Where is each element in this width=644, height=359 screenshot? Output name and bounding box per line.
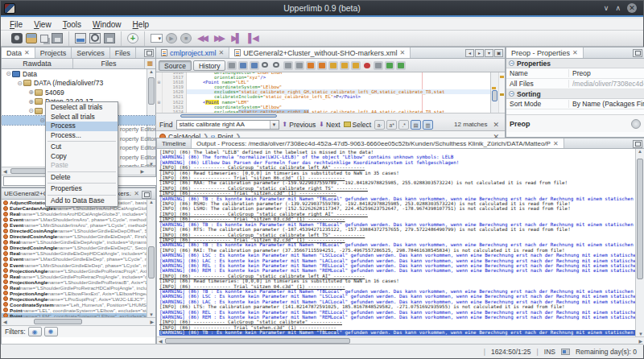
- find-selection-icon[interactable]: [272, 61, 282, 70]
- log-line[interactable]: [WARNING] (86) LSC : Es konnte kein Para…: [159, 294, 644, 299]
- section-collapse-icon[interactable]: −: [509, 60, 514, 66]
- previous-error-icon[interactable]: [385, 61, 394, 70]
- scroll-right-icon[interactable]: ▸: [475, 49, 484, 57]
- insert-mode[interactable]: INS: [544, 348, 555, 356]
- tab-close-icon[interactable]: ✕: [553, 140, 559, 147]
- navigator-item[interactable]: DirectedCosinAngle name="LShoulderGirdle…: [2, 228, 155, 233]
- navigator-item[interactable]: CoordinateSystem name="Left_Humerus", Po…: [2, 302, 155, 307]
- navigator-item[interactable]: ProjectionAngle name="LElbowFlexExt", Ax…: [2, 291, 155, 296]
- tab-services[interactable]: Services: [72, 47, 110, 58]
- find-select-button[interactable]: Select: [344, 121, 372, 129]
- filter-toggle-2-icon[interactable]: ✺: [44, 327, 58, 336]
- minimize-icon[interactable]: ∨: [604, 3, 609, 13]
- editor-tab-1[interactable]: cmlproject.xml✕: [156, 47, 229, 58]
- scrollbar-thumb[interactable]: [180, 114, 277, 118]
- context-menu-item-properties[interactable]: Properties: [46, 184, 118, 194]
- navigator-vertical-scrollbar[interactable]: ▲ ▼: [147, 200, 155, 317]
- save-button-icon[interactable]: [52, 33, 63, 43]
- open-button-icon[interactable]: [26, 33, 37, 43]
- property-value[interactable]: By Name (Packages First)▼: [569, 100, 644, 108]
- properties-minimize-icon[interactable]: [633, 49, 642, 57]
- data-panel-minimize-icon[interactable]: [144, 49, 154, 57]
- log-line[interactable]: [WARNING] (86) LSC : Es konnte kein Para…: [159, 253, 644, 258]
- close-icon[interactable]: ✕: [627, 3, 637, 13]
- tab-close-icon[interactable]: ✕: [572, 49, 578, 56]
- scrollbar-thumb[interactable]: [165, 338, 350, 344]
- copy-button-icon[interactable]: [40, 35, 48, 43]
- navigator-horizontal-scrollbar[interactable]: ◀ ▶: [2, 317, 155, 325]
- section-header-sorting[interactable]: −Sorting: [506, 89, 644, 99]
- view-history-button[interactable]: History: [193, 60, 225, 71]
- find-close-icon[interactable]: ✕: [490, 121, 502, 129]
- step-start-button-icon[interactable]: ▌◀: [246, 33, 259, 43]
- log-output[interactable]: [INFO] (86) The label "LELB" defined in …: [157, 149, 644, 336]
- navigator-item[interactable]: Point name="LEL", coordinateSystem="LElb…: [2, 307, 155, 313]
- navigator-minimize-icon[interactable]: [142, 191, 151, 199]
- last-edit-icon[interactable]: [227, 61, 237, 70]
- stop-macro-icon[interactable]: [374, 61, 383, 70]
- navigator-item[interactable]: Event name="LMinShoulderInsAro", phase="…: [2, 222, 155, 228]
- tab-list-icon[interactable]: ▾: [485, 49, 493, 57]
- tab-files[interactable]: Files: [110, 47, 136, 58]
- context-menu-item-copy[interactable]: Copy: [46, 152, 118, 162]
- menu-view[interactable]: View: [28, 19, 57, 30]
- column-files[interactable]: Files: [73, 59, 145, 68]
- camera-button-icon[interactable]: [11, 33, 23, 43]
- navigator-item[interactable]: DirectedCosinAngle name="LShoulderGirdle…: [2, 233, 155, 239]
- navigator-item[interactable]: Event name="LMinShoulderGirdleEleDep", p…: [2, 262, 155, 268]
- navigator-item[interactable]: ProjectionAngle name="LShoulderGirdlePro…: [2, 268, 155, 274]
- property-value[interactable]: /media/oliver/7308ec4d-452......: [569, 80, 644, 89]
- navigator-item[interactable]: Real name="LShoulderGirdleProRetracHDCal…: [2, 285, 155, 291]
- tab-projects[interactable]: Projects: [35, 47, 72, 58]
- rewind-button-icon[interactable]: ◀◀: [195, 33, 208, 43]
- scroll-left-icon[interactable]: ◂: [465, 49, 474, 57]
- section-collapse-icon[interactable]: −: [509, 91, 514, 97]
- output-tab[interactable]: Output - Process: /media/oliver/7308ec4d…: [192, 138, 564, 148]
- tree-collapse-icon[interactable]: ⊝: [27, 107, 35, 114]
- scrollbar-thumb[interactable]: [34, 319, 82, 324]
- tree-row[interactable]: ⊝Data: [2, 69, 155, 79]
- winblue-button-icon[interactable]: [75, 33, 86, 43]
- log-line[interactable]: [WARNING] (86) TB : Es konnte kein Param…: [159, 242, 644, 247]
- shift-left-icon[interactable]: [340, 61, 349, 70]
- start-macro-icon[interactable]: [362, 61, 372, 70]
- toggle-bookmark-icon[interactable]: [328, 61, 338, 70]
- find-toggle-1-icon[interactable]: a·: [374, 120, 385, 130]
- navigator-item[interactable]: Real name="LShoulderGirdleProRetracProjA…: [2, 274, 155, 279]
- node-action-button[interactable]: [631, 119, 641, 129]
- column-rawdata[interactable]: Rawdata: [2, 59, 73, 68]
- log-vertical-scrollbar[interactable]: ▲ ▼: [635, 149, 644, 336]
- editor-horizontal-scrollbar[interactable]: [156, 113, 505, 118]
- combo-button-icon[interactable]: ▾: [151, 34, 163, 43]
- navigator-item[interactable]: Real name="LShoulderGirdleEleDepHDCalAng…: [2, 250, 155, 256]
- fast-forward-button-icon[interactable]: ▶▶: [212, 33, 225, 43]
- output-minimize-icon[interactable]: [633, 140, 642, 148]
- context-menu-item-cut[interactable]: Cut: [46, 142, 118, 152]
- find-toggle-4-icon[interactable]: ▤: [411, 120, 421, 130]
- find-next-button[interactable]: ⬇ Next: [319, 121, 340, 129]
- table-settings-icon[interactable]: ▦: [145, 59, 155, 68]
- menu-tools[interactable]: Tools: [57, 19, 87, 30]
- find-next-icon[interactable]: [283, 61, 293, 70]
- context-menu-item-add-to-data-base[interactable]: Add to Data Base: [46, 196, 118, 206]
- scrollbar-thumb[interactable]: [148, 246, 155, 279]
- context-menu-item-select-all-trials[interactable]: Select all trials: [46, 113, 118, 122]
- property-value[interactable]: Preop: [569, 69, 644, 77]
- navigator-close-icon[interactable]: ✕: [134, 190, 139, 197]
- add-button-icon[interactable]: +: [127, 33, 138, 43]
- context-menu-item-delete[interactable]: Delete: [46, 173, 118, 183]
- menu-help[interactable]: Help: [127, 19, 155, 30]
- tree-expand-icon[interactable]: ⊕: [27, 89, 35, 96]
- section-header-properties[interactable]: −Properties: [506, 59, 644, 68]
- find-previous-button[interactable]: ⬆ Previous: [283, 121, 316, 129]
- winsearch-button-icon[interactable]: [89, 33, 101, 43]
- editor-tab-2[interactable]: UEGeneral2+Cluster_without-SHO-markers.x…: [229, 47, 411, 58]
- find-toggle-3-icon[interactable]: .*: [398, 120, 409, 130]
- navigator-item[interactable]: Event name="LMaxShoulderInsAro", phase="…: [2, 217, 155, 222]
- tab-close-icon[interactable]: ✕: [400, 49, 406, 56]
- back-icon[interactable]: [238, 61, 248, 70]
- context-menu-item-process-[interactable]: Process...: [46, 131, 118, 141]
- navigator-item[interactable]: DirectedCosinAngle name="LShoulderGirdle…: [2, 245, 155, 250]
- tab-preop-properties[interactable]: Preop - Properties ✕: [506, 47, 584, 58]
- log-line[interactable]: [WARNING] (86) LAC : Es konnte kein Para…: [159, 258, 644, 263]
